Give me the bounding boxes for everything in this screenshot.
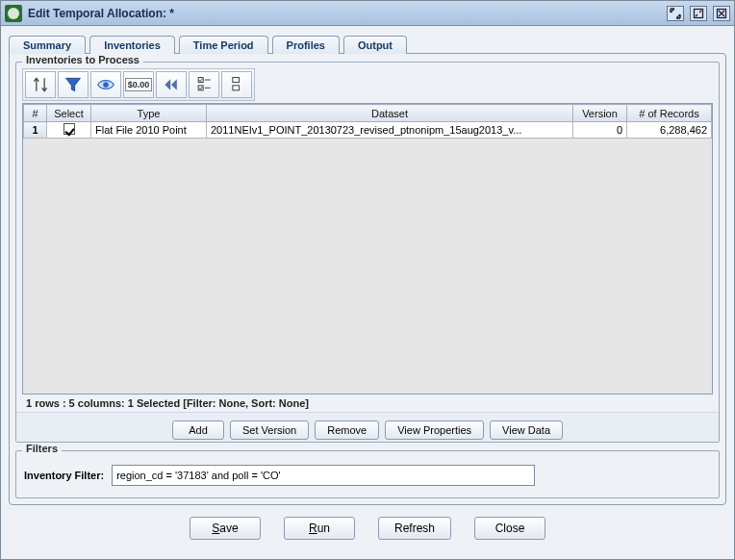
table-header-row: # Select Type Dataset Version # of Recor… (24, 105, 712, 122)
filters-fieldset: Filters Inventory Filter: (15, 450, 720, 498)
rewind-icon (162, 75, 181, 94)
minimize-button[interactable] (667, 6, 684, 21)
cell-dataset: 2011NEIv1_POINT_20130723_revised_ptnonip… (207, 122, 573, 139)
tab-bar: Summary Inventories Time Period Profiles… (9, 36, 726, 54)
inventory-filter-input[interactable] (112, 465, 535, 486)
close-window-button[interactable] (713, 6, 730, 21)
show-hide-button[interactable] (90, 71, 121, 98)
cell-rownum: 1 (24, 122, 47, 139)
view-data-button[interactable]: View Data (490, 420, 563, 440)
close-button[interactable]: Close (474, 517, 545, 540)
maximize-icon (693, 8, 704, 19)
tab-output[interactable]: Output (343, 36, 407, 54)
inventories-table-wrap: # Select Type Dataset Version # of Recor… (22, 103, 713, 395)
col-rownum[interactable]: # (24, 105, 47, 122)
table-row[interactable]: 1 Flat File 2010 Point 2011NEIv1_POINT_2… (24, 122, 712, 139)
tab-profiles[interactable]: Profiles (272, 36, 340, 54)
run-button[interactable]: Run (284, 517, 355, 540)
view-properties-button[interactable]: View Properties (385, 420, 484, 440)
cell-type: Flat File 2010 Point (91, 122, 207, 139)
inventories-legend: Inventories to Process (22, 54, 143, 65)
rest: un (317, 522, 330, 535)
table-toolbar: $0.00 (22, 68, 255, 101)
sort-button[interactable] (25, 71, 56, 98)
cell-select[interactable] (47, 122, 91, 139)
save-button[interactable]: Save (190, 517, 261, 540)
window-frame: Edit Temporal Allocation: * (0, 0, 735, 560)
inventories-table[interactable]: # Select Type Dataset Version # of Recor… (23, 104, 712, 139)
close-icon (716, 8, 727, 19)
filter-funnel-icon (63, 75, 83, 94)
inventories-fieldset: Inventories to Process (15, 62, 720, 443)
maximize-button[interactable] (690, 6, 707, 21)
checkbox-icon[interactable] (63, 123, 75, 135)
svg-rect-0 (695, 9, 703, 17)
filter-button[interactable] (58, 71, 89, 98)
cell-records: 6,288,462 (627, 122, 712, 139)
bottom-button-bar: Save Run Refresh Close (9, 505, 726, 551)
reset-button[interactable] (156, 71, 187, 98)
sort-icon (31, 75, 50, 94)
cell-version: 0 (573, 122, 627, 139)
inventories-panel: Inventories to Process (9, 53, 726, 505)
title-bar: Edit Temporal Allocation: * (1, 1, 734, 26)
tab-summary[interactable]: Summary (9, 36, 86, 54)
inventory-filter-label: Inventory Filter: (22, 470, 104, 481)
minimize-detach-icon (670, 8, 681, 19)
svg-rect-6 (233, 86, 240, 90)
col-version[interactable]: Version (573, 105, 627, 122)
select-columns-button[interactable] (189, 71, 219, 98)
table-status: 1 rows : 5 columns: 1 Selected [Filter: … (22, 395, 713, 412)
add-button[interactable]: Add (172, 420, 224, 440)
format-text-icon: $0.00 (125, 78, 153, 91)
filters-legend: Filters (22, 443, 62, 454)
col-select[interactable]: Select (47, 105, 91, 122)
inventory-buttons: Add Set Version Remove View Properties V… (16, 412, 719, 442)
tab-inventories[interactable]: Inventories (89, 36, 175, 54)
col-type[interactable]: Type (91, 105, 207, 122)
format-button[interactable]: $0.00 (123, 71, 154, 98)
col-records[interactable]: # of Records (627, 105, 712, 122)
set-version-button[interactable]: Set Version (230, 420, 309, 440)
window-title: Edit Temporal Allocation: * (28, 7, 667, 20)
svg-rect-5 (233, 78, 240, 83)
tab-time-period[interactable]: Time Period (179, 36, 268, 54)
rest: ave (219, 522, 238, 535)
select-columns-icon (194, 75, 214, 94)
svg-point-2 (103, 82, 109, 88)
app-icon (5, 5, 22, 22)
refresh-button[interactable]: Refresh (378, 517, 451, 540)
content-area: Summary Inventories Time Period Profiles… (1, 26, 734, 559)
col-dataset[interactable]: Dataset (207, 105, 573, 122)
clear-rows-icon (227, 75, 246, 94)
remove-button[interactable]: Remove (315, 420, 379, 440)
mnemonic: R (309, 522, 317, 535)
clear-selection-button[interactable] (221, 71, 252, 98)
window-controls (667, 6, 730, 21)
eye-icon (96, 75, 115, 94)
